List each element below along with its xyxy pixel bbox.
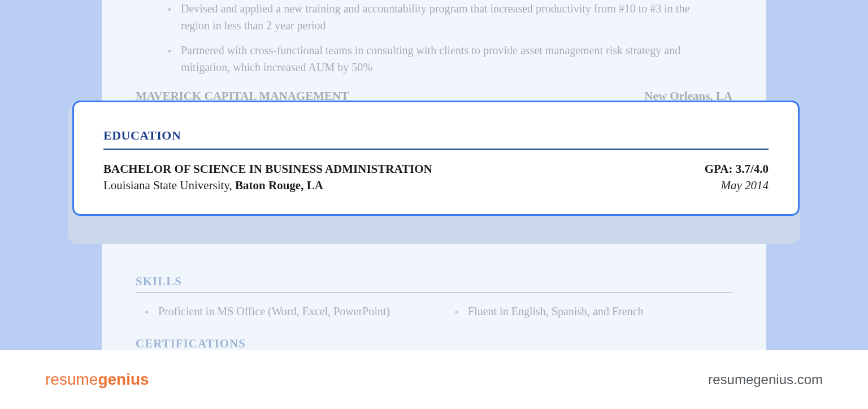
education-degree: BACHELOR OF SCIENCE IN BUSINESS ADMINIST… — [103, 162, 432, 176]
certifications-section-title: CERTIFICATIONS — [136, 337, 732, 351]
education-rule — [103, 149, 769, 150]
skill-item: Proficient in MS Office (Word, Excel, Po… — [158, 303, 423, 320]
skills-rule — [136, 292, 732, 293]
education-gpa: GPA: 3.7/4.0 — [705, 162, 769, 176]
education-degree-row: BACHELOR OF SCIENCE IN BUSINESS ADMINIST… — [103, 162, 769, 176]
education-section-title: EDUCATION — [103, 128, 769, 143]
skills-section-title: SKILLS — [136, 275, 732, 289]
education-school: Louisiana State University, Baton Rouge,… — [103, 179, 323, 193]
experience-bullets: Devised and applied a new training and a… — [136, 0, 732, 76]
skills-columns: Proficient in MS Office (Word, Excel, Po… — [136, 303, 732, 320]
footer: resumegenius resumegenius.com — [0, 350, 868, 409]
skill-item: Fluent in English, Spanish, and French — [468, 303, 732, 320]
education-date: May 2014 — [721, 179, 769, 193]
experience-bullet: Devised and applied a new training and a… — [181, 0, 732, 34]
site-url: resumegenius.com — [708, 372, 823, 388]
education-school-row: Louisiana State University, Baton Rouge,… — [103, 179, 769, 193]
experience-bullet: Partnered with cross-functional teams in… — [181, 42, 732, 76]
resumegenius-logo: resumegenius — [45, 371, 149, 389]
education-highlight-card: EDUCATION BACHELOR OF SCIENCE IN BUSINES… — [72, 101, 800, 216]
